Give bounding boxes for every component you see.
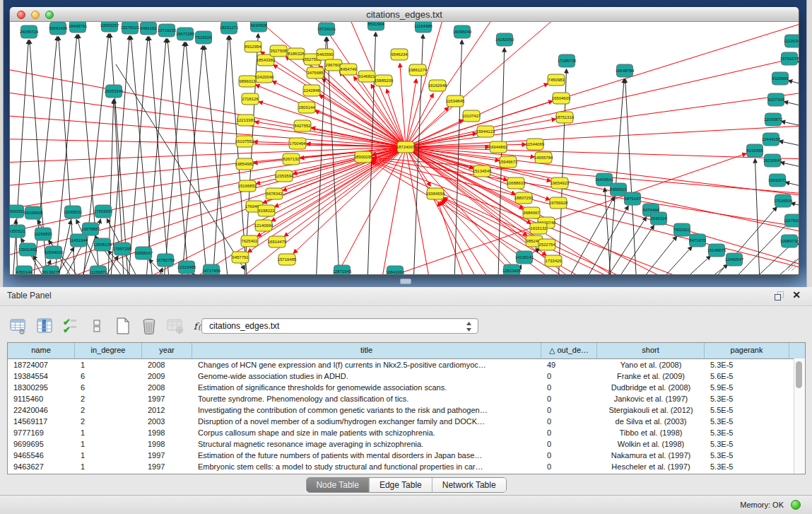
graph-node[interactable]: 9329966 bbox=[772, 72, 789, 85]
delete-table-icon[interactable] bbox=[139, 316, 159, 336]
graph-node[interactable]: 19654923 bbox=[551, 177, 570, 189]
graph-node[interactable]: 11156871 bbox=[89, 266, 107, 274]
table-row[interactable]: 1456911722003Disruption of a novel membe… bbox=[8, 416, 805, 427]
graph-node[interactable]: 12444158 bbox=[762, 133, 781, 146]
graph-node[interactable]: 8267130 bbox=[283, 153, 300, 165]
graph-node[interactable]: 9350521 bbox=[10, 225, 25, 238]
graph-node[interactable]: 12353594 bbox=[275, 170, 294, 182]
graph-node[interactable]: 17185735 bbox=[558, 54, 577, 67]
graph-node[interactable]: 9457791 bbox=[232, 252, 249, 263]
graph-node[interactable]: 14136141 bbox=[515, 251, 534, 264]
graph-node[interactable]: 17957255 bbox=[113, 243, 132, 255]
graph-node[interactable]: 10107427 bbox=[462, 110, 481, 122]
graph-node[interactable]: 9198222 bbox=[258, 205, 275, 216]
tab-network-table[interactable]: Network Table bbox=[432, 478, 506, 492]
graph-node[interactable]: 11544069 bbox=[526, 139, 545, 150]
graph-node[interactable]: 4350144 bbox=[16, 266, 33, 274]
graph-node[interactable]: 2935114 bbox=[651, 212, 668, 225]
column-header-year[interactable]: year bbox=[142, 343, 192, 358]
graph-node[interactable]: 16162946 bbox=[428, 80, 447, 91]
graph-node[interactable]: 16914479 bbox=[268, 236, 287, 247]
table-scrollbar-thumb[interactable] bbox=[796, 361, 802, 388]
panel-splitter-handle[interactable] bbox=[400, 279, 411, 284]
graph-node[interactable]: 18751316 bbox=[555, 112, 575, 123]
graph-node[interactable]: 2522754 bbox=[539, 239, 555, 250]
graph-node[interactable]: 16096040 bbox=[453, 25, 472, 38]
select-columns-icon[interactable]: ✔✔ bbox=[61, 316, 81, 336]
graph-node[interactable]: 19854982 bbox=[235, 158, 254, 170]
table-row[interactable]: 1872400712008Changes of HCN gene express… bbox=[8, 359, 805, 370]
graph-node[interactable]: 8186328 bbox=[288, 48, 305, 59]
column-header-in_degree[interactable]: in_degree bbox=[75, 343, 142, 358]
graph-node[interactable]: 11675309 bbox=[784, 214, 799, 227]
graph-node[interactable]: 8471670 bbox=[689, 234, 706, 247]
graph-node[interactable]: 10688603 bbox=[507, 177, 526, 189]
graph-node[interactable]: 18408791 bbox=[69, 22, 88, 33]
graph-node[interactable]: 11451944 bbox=[69, 234, 88, 247]
graph-node[interactable]: 12505135 bbox=[93, 238, 112, 251]
graph-node[interactable]: 9634508 bbox=[250, 22, 267, 32]
graph-node[interactable]: 1733426 bbox=[545, 255, 562, 267]
graph-node[interactable]: 7450983 bbox=[548, 74, 565, 86]
graph-node[interactable]: 9466162 bbox=[140, 22, 157, 35]
graph-node[interactable]: 7515526 bbox=[195, 31, 212, 44]
window-titlebar[interactable]: citations_edges.txt bbox=[10, 7, 799, 22]
graph-node[interactable]: 16146875 bbox=[707, 244, 726, 257]
graph-node[interactable]: 19756928 bbox=[549, 197, 568, 209]
table-selector[interactable]: citations_edges.txt bbox=[201, 318, 478, 334]
graph-node[interactable]: 16841991 bbox=[386, 266, 405, 274]
graph-node[interactable]: 12213383 bbox=[237, 115, 256, 126]
graph-node[interactable]: 3527508 bbox=[270, 45, 287, 57]
graph-node[interactable]: 17353993 bbox=[94, 205, 113, 218]
row-height-icon[interactable] bbox=[87, 316, 107, 336]
table-row[interactable]: 1938455462009Genome-wide association stu… bbox=[8, 370, 805, 382]
graph-node[interactable]: 24206505 bbox=[24, 206, 43, 219]
table-row[interactable]: 911546021997Tourette syndrome. Phenomeno… bbox=[8, 393, 805, 404]
graph-node[interactable]: 19384554 bbox=[426, 188, 445, 199]
table-scrollbar[interactable] bbox=[794, 358, 805, 474]
graph-node[interactable]: 9146821 bbox=[358, 71, 375, 82]
graph-node[interactable]: 7625402 bbox=[241, 235, 258, 247]
table-row[interactable]: 946554611997Estimation of the future num… bbox=[8, 450, 805, 461]
graph-node[interactable]: 16210643 bbox=[763, 154, 782, 167]
graph-node[interactable]: 15724101 bbox=[317, 23, 336, 35]
graph-node[interactable]: 6879197 bbox=[624, 192, 641, 205]
column-header-title[interactable]: title bbox=[192, 343, 541, 358]
graph-node[interactable]: 10984730 bbox=[780, 235, 799, 247]
graph-node[interactable]: 30691406 bbox=[49, 22, 68, 35]
graph-node[interactable]: 16782759 bbox=[156, 254, 175, 267]
column-header-pagerank[interactable]: pagerank bbox=[705, 343, 789, 358]
graph-node[interactable]: 8454749 bbox=[340, 64, 357, 75]
graph-node[interactable]: 12093872 bbox=[764, 113, 783, 126]
graph-node[interactable]: 5463590 bbox=[317, 49, 334, 60]
graph-node[interactable]: 8531904 bbox=[367, 22, 384, 30]
tab-node-table[interactable]: Node Table bbox=[306, 478, 369, 492]
graph-node[interactable]: 15751074 bbox=[780, 52, 799, 65]
graph-node[interactable]: 39139275 bbox=[42, 266, 61, 274]
graph-node[interactable]: 5678342 bbox=[266, 188, 283, 199]
graph-node[interactable]: 16648784 bbox=[616, 64, 635, 77]
graph-node[interactable]: 15134545 bbox=[473, 165, 492, 177]
graph-node[interactable]: 22420046 bbox=[255, 71, 274, 83]
graph-node[interactable]: 20053346 bbox=[105, 85, 124, 98]
graph-node[interactable]: 19861274 bbox=[408, 64, 428, 76]
graph-node[interactable]: 16671385 bbox=[176, 28, 195, 40]
graph-node[interactable]: 11156833 bbox=[34, 228, 52, 240]
show-columns-icon[interactable] bbox=[35, 316, 54, 336]
graph-node[interactable]: 12460547 bbox=[725, 253, 744, 266]
float-window-icon[interactable] bbox=[775, 291, 784, 300]
graph-node[interactable]: 2718126 bbox=[242, 93, 259, 105]
graph-node[interactable]: 9546234 bbox=[391, 49, 408, 60]
graph-node[interactable]: 11126342 bbox=[784, 35, 799, 47]
tab-edge-table[interactable]: Edge Table bbox=[369, 478, 432, 492]
graph-node[interactable]: 3475685 bbox=[307, 67, 324, 78]
graph-node[interactable]: 12871945 bbox=[333, 265, 352, 274]
graph-node[interactable]: 14955784 bbox=[534, 152, 553, 163]
graph-node[interactable]: 10958167 bbox=[134, 247, 153, 259]
graph-node[interactable]: 15276021 bbox=[121, 22, 140, 34]
graph-node[interactable]: 12323485 bbox=[177, 261, 196, 274]
graph-node[interactable]: 15692971 bbox=[768, 174, 787, 187]
close-panel-icon[interactable]: ✕ bbox=[792, 289, 801, 300]
network-canvas[interactable]: 1872400718300295193845548912954224200469… bbox=[10, 22, 799, 274]
graph-node[interactable]: 8215955 bbox=[746, 144, 763, 157]
